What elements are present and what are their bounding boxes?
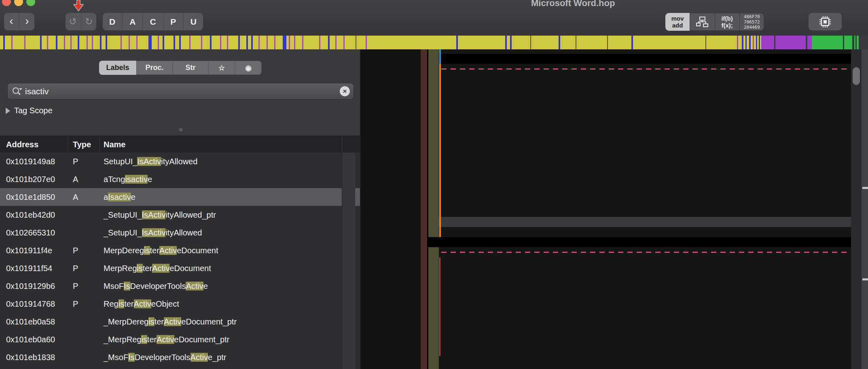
column-header-address[interactable]: Address bbox=[6, 136, 38, 153]
scrollbar-thumb[interactable] bbox=[853, 67, 860, 85]
type-marking-button[interactable]: U bbox=[184, 13, 203, 31]
code-line[interactable]: ; Variables: bbox=[439, 292, 851, 302]
code-line[interactable]: 00000001002a613c test al , al bbox=[439, 187, 851, 197]
minimap-stripe bbox=[328, 36, 330, 49]
symbol-filter-tab[interactable]: Labels bbox=[99, 61, 137, 75]
code-line[interactable]: sub_1002a6121: bbox=[439, 116, 851, 126]
current-position-marker[interactable] bbox=[71, 0, 86, 13]
type-marking-button[interactable]: P bbox=[163, 13, 184, 31]
table-row[interactable]: 0x102665310 _SetupUI_IsActivityAllowed bbox=[0, 224, 360, 242]
table-row[interactable]: 0x101eb42d0 _SetupUI_IsActivityAllowed_p… bbox=[0, 206, 360, 224]
table-row[interactable]: 0x101b207e0 A aTcngisactive bbox=[0, 170, 360, 188]
code-line[interactable]: 00000001002a6141 pop rbp bbox=[439, 207, 851, 217]
row-type: P bbox=[73, 242, 78, 259]
code-line[interactable]: 00000001002a612c mov rdi , qword [ rax ] bbox=[439, 156, 851, 166]
table-row[interactable]: 0x101914768 P RegisterActiveObject bbox=[0, 295, 360, 313]
code-line[interactable] bbox=[439, 257, 851, 271]
code-line[interactable] bbox=[439, 49, 851, 54]
code-line[interactable] bbox=[439, 91, 851, 116]
minimap-stripe bbox=[742, 36, 743, 49]
forward-button[interactable]: › bbox=[19, 13, 35, 31]
code-line[interactable]: ; endp bbox=[439, 54, 851, 64]
back-button[interactable]: ‹ bbox=[4, 13, 19, 31]
table-row[interactable]: 0x101eb0a60 _MerpRegisterActiveDocument_… bbox=[0, 331, 360, 348]
symbol-filter-tab-label: ☆ bbox=[218, 64, 225, 72]
code-line[interactable]: ; =============== B E G I N N I N G O F … bbox=[439, 271, 851, 282]
column-header-name[interactable]: Name bbox=[104, 136, 125, 153]
table-row[interactable]: 0x1019149a8 P SetupUI_IsActivityAllowed bbox=[0, 153, 360, 170]
table-row[interactable]: 0x101e1d850 A aIsactive bbox=[0, 188, 360, 206]
type-marking-button[interactable]: A bbox=[123, 13, 143, 31]
segment-column-data bbox=[421, 49, 427, 369]
code-line[interactable]: 00000001002a6122 mov rbp , rsp bbox=[439, 136, 851, 146]
undo-button[interactable]: ↺ bbox=[65, 13, 81, 31]
code-line[interactable]: 00000001002a6125 mov rax , qword [ _NSAp… bbox=[439, 146, 851, 156]
type-marking-button[interactable]: D bbox=[102, 13, 123, 31]
row-type: A bbox=[73, 170, 78, 188]
pseudocode-mode-button[interactable]: if(b) f(x); bbox=[715, 13, 740, 31]
minimap-stripe bbox=[121, 36, 122, 49]
minimap-stripe bbox=[759, 36, 760, 49]
hex-mode-label: 486F70 bbox=[744, 14, 760, 19]
minimap-stripe bbox=[749, 36, 751, 49]
code-line[interactable] bbox=[439, 247, 851, 257]
code-line[interactable]: sub_1002a6150: bbox=[439, 344, 851, 354]
symbol-filter-tab[interactable]: Proc. bbox=[137, 61, 173, 75]
code-line[interactable]: ; =============== B E G I N N I N G O F … bbox=[439, 81, 851, 91]
table-row[interactable]: 0x101eb1838 _MsoFIsDeveloperToolsActive_… bbox=[0, 348, 360, 366]
symbol-search-field[interactable]: isactiv × bbox=[7, 83, 354, 100]
row-address: 0x101e1d850 bbox=[6, 188, 55, 206]
panel-resize-handle[interactable] bbox=[179, 128, 183, 131]
code-line[interactable] bbox=[439, 322, 851, 344]
close-window-button[interactable] bbox=[2, 0, 11, 6]
zoom-window-button[interactable] bbox=[26, 0, 35, 6]
code-line[interactable]: ; var_30: int8_t, -48 bbox=[439, 312, 851, 322]
disassembly-view[interactable]: ; endp ; =============== B E G I N N I N… bbox=[439, 49, 851, 369]
segment-minimap[interactable] bbox=[0, 36, 868, 50]
code-line[interactable] bbox=[439, 74, 851, 81]
minimap-stripe bbox=[283, 36, 286, 49]
column-separator[interactable] bbox=[342, 136, 342, 153]
cpu-button[interactable] bbox=[808, 13, 842, 31]
code-line[interactable]: 00000001002a6150 push rbp bbox=[439, 354, 851, 365]
code-line[interactable]: 00000001002a613e setne al bbox=[439, 197, 851, 207]
table-row[interactable]: 0x101eb0a58 _MerpDeregisterActiveDocumen… bbox=[0, 313, 360, 331]
code-line[interactable]: 00000001002a6136 call qword [ _objc_msgS… bbox=[439, 176, 851, 187]
disassembly-scrollbar[interactable] bbox=[851, 49, 862, 369]
symbol-filter-tab[interactable]: ◉ bbox=[235, 61, 262, 75]
symbol-filter-tab-label: ◉ bbox=[245, 64, 252, 72]
window-title: Microsoft Word.hop bbox=[531, 0, 615, 8]
code-line[interactable] bbox=[439, 64, 851, 74]
minimize-window-button[interactable] bbox=[14, 0, 23, 6]
minimap-stripe bbox=[366, 36, 367, 49]
assembly-mode-button[interactable]: mov add bbox=[665, 13, 690, 31]
tag-scope-disclosure[interactable]: Tag Scope bbox=[6, 106, 53, 115]
column-separator[interactable] bbox=[100, 136, 100, 153]
code-line[interactable]: 00000001002a6142 ret bbox=[439, 217, 851, 227]
code-line[interactable]: 00000001002a612f mov rsi , qword [ 0x102… bbox=[439, 166, 851, 176]
cfg-mode-button[interactable] bbox=[690, 13, 715, 31]
clear-search-button[interactable]: × bbox=[340, 86, 350, 96]
symbol-table-scrollbar[interactable] bbox=[342, 153, 355, 369]
column-separator[interactable] bbox=[68, 136, 68, 153]
column-header-type[interactable]: Type bbox=[73, 136, 91, 153]
symbol-filter-tabs: Labels Proc. Str ☆ ◉ bbox=[99, 61, 262, 75]
table-row[interactable]: 0x101911f4e P MerpDeregisterActiveDocume… bbox=[0, 242, 360, 259]
row-address: 0x101eb0a58 bbox=[6, 313, 55, 331]
row-name: _MsoFIsDeveloperToolsActive_ptr bbox=[104, 348, 226, 366]
code-line[interactable]: ; var_20: int64_t, -32 bbox=[439, 302, 851, 312]
table-row[interactable]: 0x1019129b6 P MsoFIsDeveloperToolsActive bbox=[0, 277, 360, 295]
code-line[interactable]: 00000001002a6121 push rbp bbox=[439, 126, 851, 136]
minimap-stripe bbox=[246, 36, 248, 49]
hex-mode-button[interactable]: 486F70 706572 204469 bbox=[740, 13, 764, 31]
search-input-value[interactable]: isactiv bbox=[25, 87, 49, 96]
table-row[interactable]: 0x101911f54 P MerpRegisterActiveDocument bbox=[0, 259, 360, 277]
symbol-filter-tab[interactable]: ☆ bbox=[209, 61, 235, 75]
type-marking-button[interactable]: C bbox=[143, 13, 163, 31]
code-line[interactable]: 00000001002a6143 align 16 bbox=[439, 237, 851, 247]
minimap-stripe bbox=[456, 36, 458, 49]
symbol-filter-tab[interactable]: Str bbox=[173, 61, 209, 75]
code-line[interactable] bbox=[439, 282, 851, 292]
redo-button[interactable]: ↻ bbox=[81, 13, 97, 31]
code-line[interactable]: ; endp bbox=[439, 227, 851, 237]
